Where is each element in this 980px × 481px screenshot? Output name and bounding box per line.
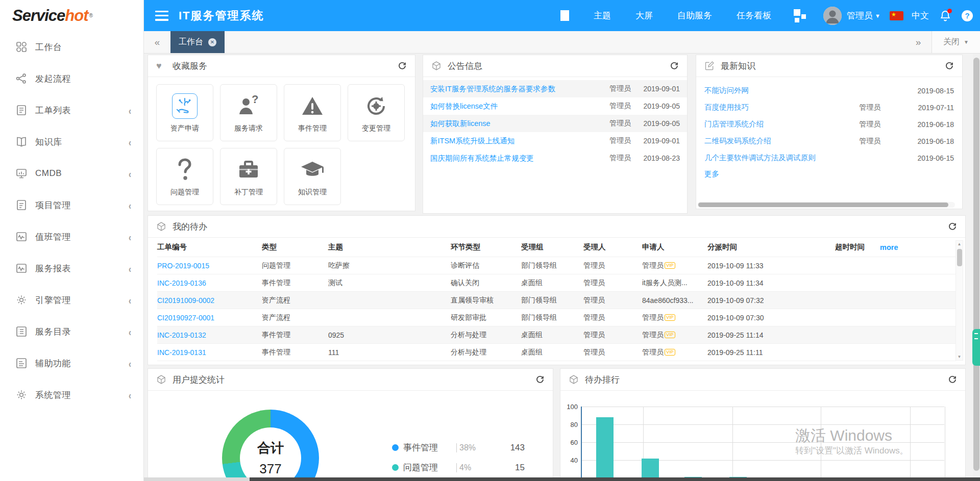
knowledge-link[interactable]: 几个主要软件调试方法及调试原则 bbox=[704, 153, 859, 163]
knowledge-link[interactable]: 不能访问外网 bbox=[704, 86, 859, 95]
cell-group: 部门领导组 bbox=[521, 261, 583, 270]
language-flag-icon[interactable]: ★ bbox=[890, 11, 903, 20]
todo-table-row[interactable]: CI20191009-0002资产流程直属领导审核部门领导组管理员84ae860… bbox=[157, 291, 956, 309]
order-id-link[interactable]: PRO-2019-0015 bbox=[157, 262, 262, 270]
order-id-link[interactable]: CI20191009-0002 bbox=[157, 296, 262, 305]
nav-selfservice[interactable]: 自助服务 bbox=[665, 10, 724, 21]
todo-table-row[interactable]: INC-2019-0131事件管理111分析与处理桌面组管理员管理员VIP201… bbox=[157, 343, 956, 361]
tile-asset-apply[interactable]: 资产申请 bbox=[156, 84, 213, 141]
avatar[interactable] bbox=[823, 7, 842, 25]
tile-service-request[interactable]: ? 服务请求 bbox=[220, 84, 277, 141]
todo-table-row[interactable]: PRO-2019-0015问题管理吃萨擦诊断评估部门领导组管理员管理员VIP20… bbox=[157, 257, 956, 274]
announcement-link[interactable]: 新ITSM系统升级上线通知 bbox=[430, 136, 604, 146]
tile-incident-mgmt[interactable]: 事件管理 bbox=[284, 84, 341, 141]
refresh-icon[interactable] bbox=[948, 222, 957, 231]
tile-patch-mgmt[interactable]: 补丁管理 bbox=[220, 148, 277, 205]
refresh-icon[interactable] bbox=[535, 375, 545, 384]
knowledge-link[interactable]: 门店管理系统介绍 bbox=[704, 119, 859, 129]
announcement-link[interactable]: 如何替换license文件 bbox=[430, 102, 604, 111]
sidebar-item-1[interactable]: 工作台 bbox=[0, 31, 143, 63]
bottom-scrollbar-thumb[interactable] bbox=[250, 477, 980, 481]
announcement-link[interactable]: 国庆期间所有系统禁止常规变更 bbox=[430, 154, 604, 163]
nav-bigscreen[interactable]: 大屏 bbox=[623, 10, 665, 21]
knowledge-row[interactable]: 门店管理系统介绍 管理员 2019-06-18 bbox=[696, 116, 962, 133]
app-logo[interactable]: Servicehot® bbox=[0, 0, 143, 31]
sidebar-item-7[interactable]: 值班管理‹ bbox=[0, 221, 143, 252]
sidebar-item-9[interactable]: 引擎管理‹ bbox=[0, 284, 143, 316]
knowledge-link[interactable]: 二维码发码系统介绍 bbox=[704, 136, 859, 146]
close-tabs-dropdown[interactable]: 关闭 ▼ bbox=[932, 31, 980, 53]
announcement-row[interactable]: 安装IT服务管理系统的服务器要求参数 管理员 2019-09-01 bbox=[423, 80, 687, 97]
sidebar-item-8[interactable]: 服务报表‹ bbox=[0, 252, 143, 284]
announcement-link[interactable]: 如何获取新license bbox=[430, 119, 604, 129]
announcement-author: 管理员 bbox=[609, 84, 631, 93]
sidebar-item-11[interactable]: 辅助功能‹ bbox=[0, 347, 143, 379]
tabs-scroll-left-icon[interactable]: « bbox=[144, 31, 170, 53]
knowledge-row[interactable]: 百度使用技巧 管理员 2019-07-11 bbox=[696, 99, 962, 116]
legend-item[interactable]: 问题管理 4% 15 bbox=[392, 462, 525, 473]
page-vertical-scrollbar[interactable] bbox=[973, 54, 980, 481]
announcement-row[interactable]: 如何替换license文件 管理员 2019-09-05 bbox=[423, 97, 687, 115]
language-label[interactable]: 中文 bbox=[912, 10, 929, 21]
announcement-row[interactable]: 如何获取新license 管理员 2019-09-05 bbox=[423, 115, 687, 132]
scrollbar-thumb[interactable] bbox=[698, 202, 948, 207]
announcement-row[interactable]: 国庆期间所有系统禁止常规变更 管理员 2019-08-23 bbox=[423, 149, 687, 167]
knowledge-row[interactable]: 不能访问外网 2019-08-15 bbox=[696, 82, 962, 99]
order-id-link[interactable]: INC-2019-0136 bbox=[157, 279, 262, 287]
todo-table-row[interactable]: INC-2019-0132事件管理0925分析与处理桌面组管理员管理员VIP20… bbox=[157, 326, 956, 343]
knowledge-row[interactable]: 二维码发码系统介绍 管理员 2019-06-18 bbox=[696, 133, 962, 149]
refresh-icon[interactable] bbox=[398, 61, 407, 70]
sidebar-item-5[interactable]: CMDB‹ bbox=[0, 158, 143, 189]
tile-change-mgmt[interactable]: 变更管理 bbox=[348, 84, 405, 141]
legend-item[interactable]: 事件管理 38% 143 bbox=[392, 442, 525, 453]
nav-theme[interactable]: 主题 bbox=[581, 10, 623, 21]
sidebar-item-2[interactable]: 发起流程 bbox=[0, 63, 143, 94]
knowledge-date: 2019-07-11 bbox=[918, 104, 954, 112]
user-name[interactable]: 管理员 bbox=[847, 10, 873, 21]
tab-workbench[interactable]: 工作台 ✕ bbox=[170, 31, 225, 53]
scroll-down-icon[interactable]: ▼ bbox=[956, 355, 963, 359]
fullscreen-icon[interactable] bbox=[560, 10, 569, 21]
refresh-icon[interactable] bbox=[945, 61, 954, 70]
knowledge-date: 2019-06-15 bbox=[917, 154, 954, 162]
sidebar-item-4[interactable]: 知识库‹ bbox=[0, 126, 143, 158]
knowledge-link[interactable]: 百度使用技巧 bbox=[704, 103, 859, 112]
sidebar-item-3[interactable]: 工单列表‹ bbox=[0, 94, 143, 126]
sidebar-item-12[interactable]: 系统管理‹ bbox=[0, 379, 143, 411]
tabs-scroll-right-icon[interactable]: » bbox=[905, 31, 932, 53]
tab-close-icon[interactable]: ✕ bbox=[208, 38, 216, 46]
user-dropdown-caret-icon[interactable]: ▼ bbox=[875, 13, 880, 19]
notifications-bell-icon[interactable] bbox=[939, 10, 951, 22]
order-id-link[interactable]: INC-2019-0132 bbox=[157, 331, 262, 339]
help-icon[interactable]: ? bbox=[962, 10, 973, 21]
knowledge-row[interactable]: 几个主要软件调试方法及调试原则 2019-06-15 bbox=[696, 149, 962, 166]
knowledge-horizontal-scrollbar[interactable] bbox=[697, 202, 955, 208]
floating-tool-button[interactable] bbox=[972, 329, 980, 366]
order-id-link[interactable]: CI20190927-0001 bbox=[157, 314, 262, 322]
order-id-link[interactable]: INC-2019-0131 bbox=[157, 348, 262, 357]
tile-problem-mgmt[interactable]: 问题管理 bbox=[156, 148, 213, 205]
nav-taskboard[interactable]: 任务看板 bbox=[724, 10, 783, 21]
announcement-row[interactable]: 新ITSM系统升级上线通知 管理员 2019-09-01 bbox=[423, 132, 687, 149]
menu-toggle-icon[interactable] bbox=[155, 11, 168, 21]
todos-more-link[interactable]: more bbox=[880, 243, 956, 251]
pulse-icon bbox=[15, 262, 28, 274]
todos-vertical-scrollbar[interactable]: ▲ ▼ bbox=[955, 240, 963, 361]
sidebar-item-6[interactable]: 项目管理‹ bbox=[0, 189, 143, 221]
sidebar-item-10[interactable]: 服务目录‹ bbox=[0, 316, 143, 347]
refresh-icon[interactable] bbox=[670, 61, 679, 70]
apps-grid-icon[interactable] bbox=[794, 9, 806, 22]
scrollbar-thumb[interactable] bbox=[973, 58, 979, 471]
todo-table-row[interactable]: CI20190927-0001资产流程研发部审批部门领导组管理员管理员VIP20… bbox=[157, 309, 956, 326]
announcement-link[interactable]: 安装IT服务管理系统的服务器要求参数 bbox=[430, 84, 604, 94]
refresh-icon[interactable] bbox=[948, 375, 957, 384]
scrollbar-thumb[interactable] bbox=[957, 249, 962, 266]
panel-user-submit-stats: 用户提交统计 合计 377 事件管理 38% 143 bbox=[148, 368, 553, 481]
tile-knowledge-mgmt[interactable]: 知识管理 bbox=[284, 148, 341, 205]
legend-percent: 38% bbox=[456, 443, 494, 452]
scroll-up-icon[interactable]: ▲ bbox=[956, 242, 963, 246]
sidebar-item-label: 引擎管理 bbox=[35, 294, 71, 306]
knowledge-more-link[interactable]: 更多 bbox=[696, 166, 962, 182]
todo-table-row[interactable]: INC-2019-0136事件管理测试确认关闭桌面组管理员it服务人员测...2… bbox=[157, 274, 956, 291]
bottom-scrollbar-track[interactable] bbox=[144, 477, 250, 481]
